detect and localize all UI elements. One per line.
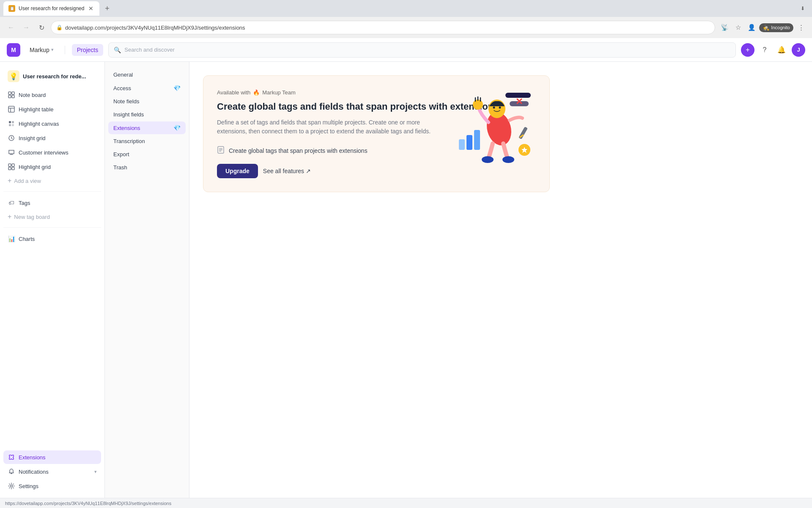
see-all-features-button[interactable]: See all features ↗ <box>263 168 311 174</box>
settings-nav-general[interactable]: General <box>108 69 186 81</box>
settings-nav: General Access 💎 Note fields Insight fie… <box>105 62 189 498</box>
projects-nav-item[interactable]: Projects <box>72 44 104 56</box>
access-diamond-icon: 💎 <box>173 85 181 91</box>
notifications-chevron-icon: ▾ <box>94 469 97 475</box>
add-button[interactable]: + <box>741 43 754 57</box>
url-text: dovetailapp.com/projects/3KV4yNUq11E8lrq… <box>65 25 710 31</box>
upgrade-button[interactable]: Upgrade <box>217 164 258 178</box>
topnav-right: + ? 🔔 J <box>741 43 805 57</box>
sidebar-item-settings[interactable]: Settings <box>3 479 101 493</box>
notifications-button[interactable]: 🔔 <box>775 43 788 57</box>
project-emoji: 💡 <box>8 70 19 82</box>
sidebar-divider-2 <box>3 227 101 228</box>
svg-rect-10 <box>12 124 14 126</box>
new-tag-plus-icon: + <box>8 213 11 221</box>
sidebar-item-highlight-canvas[interactable]: Highlight canvas <box>3 117 101 130</box>
app-container: M Markup ▾ Projects 🔍 Search and discove… <box>0 38 812 508</box>
svg-point-24 <box>482 156 494 163</box>
notifications-row: Notifications ▾ <box>19 469 97 475</box>
tags-icon: 🏷 <box>8 199 15 207</box>
svg-point-25 <box>502 156 514 163</box>
svg-rect-14 <box>8 167 11 170</box>
sidebar: 💡 User research for rede... Note board H… <box>0 62 105 498</box>
note-board-label: Note board <box>19 92 46 98</box>
svg-point-16 <box>11 485 13 487</box>
menu-button[interactable]: ⋮ <box>795 22 807 33</box>
status-url: https://dovetailapp.com/projects/3KV4yNU… <box>5 501 171 506</box>
nav-divider <box>65 46 65 54</box>
add-view-button[interactable]: + Add a view <box>3 174 101 187</box>
sidebar-item-note-board[interactable]: Note board <box>3 88 101 102</box>
charts-label: Charts <box>19 236 35 242</box>
search-bar[interactable]: 🔍 Search and discover <box>108 42 736 58</box>
settings-nav-transcription[interactable]: Transcription <box>108 135 186 147</box>
svg-rect-15 <box>12 167 14 170</box>
svg-rect-3 <box>12 95 14 98</box>
settings-nav-export[interactable]: Export <box>108 148 186 160</box>
lock-icon: 🔒 <box>56 25 63 30</box>
settings-nav-access[interactable]: Access 💎 <box>108 82 186 94</box>
highlight-grid-icon <box>8 163 15 171</box>
browser-chrome: 📋 User research for redesigned ✕ + ⬇ ← →… <box>0 0 812 38</box>
help-button[interactable]: ? <box>758 43 771 57</box>
card-description: Define a set of tags and fields that spa… <box>217 118 437 136</box>
sidebar-item-customer-interviews[interactable]: Customer interviews <box>3 146 101 159</box>
bookmark-button[interactable]: ☆ <box>732 22 744 33</box>
cast-button[interactable]: 📡 <box>719 22 730 33</box>
svg-rect-4 <box>8 106 14 112</box>
customer-interviews-icon <box>8 149 15 156</box>
settings-nav-extensions[interactable]: Extensions 💎 <box>108 121 186 134</box>
sidebar-item-highlight-grid[interactable]: Highlight grid <box>3 160 101 174</box>
workspace-badge[interactable]: M <box>7 43 20 57</box>
extensions-icon <box>8 453 15 461</box>
svg-rect-2 <box>8 95 11 98</box>
settings-label: Settings <box>19 483 38 489</box>
browser-actions: 📡 ☆ 👤 🕵 Incognito ⋮ <box>719 22 807 33</box>
sidebar-item-insight-grid[interactable]: Insight grid <box>3 131 101 145</box>
tab-bar: 📋 User research for redesigned ✕ + ⬇ <box>0 0 812 17</box>
extensions-label: Extensions <box>19 454 46 461</box>
forward-button[interactable]: → <box>20 22 32 33</box>
content-area: Available with 🔥 Markup Team Create glob… <box>189 62 812 498</box>
user-avatar[interactable]: J <box>792 43 805 57</box>
sidebar-project-header[interactable]: 💡 User research for rede... <box>3 67 101 86</box>
svg-rect-0 <box>8 92 11 94</box>
address-bar[interactable]: 🔒 dovetailapp.com/projects/3KV4yNUq11E8l… <box>51 21 715 34</box>
highlight-table-icon <box>8 105 15 113</box>
back-button[interactable]: ← <box>5 22 17 33</box>
notifications-label: Notifications <box>19 469 49 475</box>
sidebar-charts-section[interactable]: 📊 Charts <box>3 232 101 246</box>
profile-button[interactable]: 👤 <box>746 22 757 33</box>
customer-interviews-label: Customer interviews <box>19 149 69 156</box>
sidebar-item-notifications[interactable]: Notifications ▾ <box>3 465 101 478</box>
new-tag-board-button[interactable]: + New tag board <box>3 210 101 223</box>
settings-icon <box>8 482 15 490</box>
project-title: User research for rede... <box>23 73 86 80</box>
sidebar-item-highlight-table[interactable]: Highlight table <box>3 102 101 116</box>
svg-rect-27 <box>474 130 480 150</box>
notifications-icon <box>8 468 15 475</box>
svg-rect-26 <box>466 135 472 150</box>
svg-rect-12 <box>8 164 11 166</box>
active-tab[interactable]: 📋 User research for redesigned ✕ <box>3 1 99 16</box>
extensions-diamond-icon: 💎 <box>173 124 181 131</box>
charts-icon: 📊 <box>8 235 15 243</box>
tab-close-button[interactable]: ✕ <box>88 4 94 13</box>
sidebar-tags-section[interactable]: 🏷 Tags <box>3 196 101 210</box>
new-tab-button[interactable]: + <box>101 3 113 14</box>
nav-bar: ← → ↻ 🔒 dovetailapp.com/projects/3KV4yNU… <box>0 17 812 38</box>
settings-nav-note-fields[interactable]: Note fields <box>108 95 186 108</box>
feature-doc-icon <box>217 146 225 155</box>
workspace-selector[interactable]: Markup ▾ <box>25 45 58 55</box>
sidebar-divider-1 <box>3 191 101 192</box>
tags-label: Tags <box>19 200 30 206</box>
settings-nav-trash[interactable]: Trash <box>108 161 186 174</box>
add-view-plus-icon: + <box>8 177 11 185</box>
svg-point-21 <box>493 107 495 109</box>
svg-rect-7 <box>9 121 11 123</box>
refresh-button[interactable]: ↻ <box>36 22 47 33</box>
settings-nav-insight-fields[interactable]: Insight fields <box>108 108 186 121</box>
sidebar-item-extensions[interactable]: Extensions <box>3 450 101 464</box>
minimize-button[interactable]: ⬇ <box>797 3 809 14</box>
svg-rect-13 <box>12 164 14 166</box>
